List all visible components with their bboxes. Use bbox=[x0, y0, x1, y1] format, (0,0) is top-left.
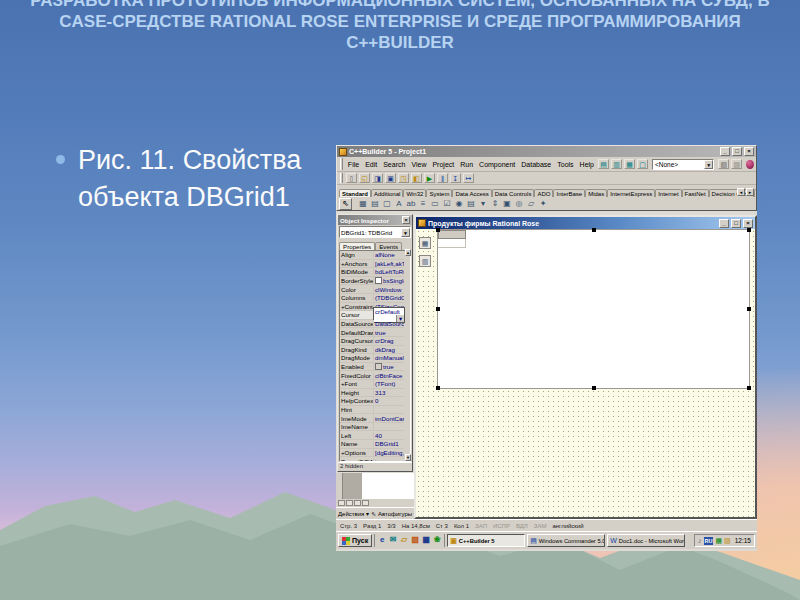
toolbar-icon[interactable]: ◳ bbox=[398, 173, 409, 183]
close-button[interactable]: × bbox=[743, 219, 753, 228]
property-value[interactable]: dkDrag bbox=[374, 346, 404, 353]
resize-handle[interactable] bbox=[436, 228, 440, 232]
form-titlebar[interactable]: Продукты фирмы Rational Rose _ □ × bbox=[416, 217, 755, 229]
quick-launch-icon[interactable]: ▨ bbox=[410, 535, 420, 546]
resize-handle[interactable] bbox=[747, 307, 751, 311]
component-icon[interactable]: ⇕ bbox=[489, 198, 501, 210]
property-row[interactable]: BiDiMode bdLeftToRight bbox=[340, 268, 404, 277]
component-icon[interactable]: ab bbox=[405, 198, 417, 210]
palette-tab[interactable]: Data Controls bbox=[492, 189, 535, 197]
tray-icon[interactable]: RU bbox=[704, 537, 714, 545]
object-selector-combo[interactable]: DBGrid1: TDBGrid ▼ bbox=[339, 226, 411, 238]
ide-titlebar[interactable]: C++Builder 5 - Project1 _ □ × bbox=[337, 146, 756, 157]
property-row[interactable]: Align alNone bbox=[340, 251, 404, 260]
component-icon[interactable]: ▢ bbox=[381, 198, 393, 210]
property-value[interactable]: DataSource bbox=[374, 320, 404, 327]
task-button[interactable]: ▣ C++Builder 5 bbox=[447, 534, 525, 547]
quick-launch-icon[interactable]: ▱ bbox=[399, 535, 409, 546]
task-button[interactable]: W Doc1.doc - Microsoft Word bbox=[607, 534, 685, 547]
property-value[interactable]: DBGrid1 bbox=[374, 440, 404, 447]
quick-launch-icon[interactable]: e bbox=[377, 535, 387, 546]
help-icon[interactable] bbox=[746, 160, 754, 169]
property-value[interactable]: dmManual bbox=[374, 354, 404, 361]
component-icon[interactable]: ◉ bbox=[453, 198, 465, 210]
toolbar-icon[interactable]: ▤ bbox=[598, 159, 609, 169]
property-value[interactable]: [akLeft,akTop] bbox=[374, 260, 404, 267]
property-row[interactable]: DataSource DataSource bbox=[340, 320, 404, 329]
component-icon[interactable]: ▦ bbox=[357, 198, 369, 210]
toolbar-icon[interactable]: ◨ bbox=[372, 173, 383, 183]
property-value[interactable]: [dgEditing,dgTit bbox=[374, 449, 404, 456]
property-row[interactable]: BorderStyle bsSingle bbox=[340, 277, 404, 286]
property-row[interactable]: FixedColor clBtnFace bbox=[340, 371, 404, 380]
menu-item[interactable]: View bbox=[408, 161, 429, 168]
close-icon[interactable]: × bbox=[402, 216, 410, 224]
toolbar-icon[interactable]: ▧ bbox=[718, 159, 729, 169]
resize-handle[interactable] bbox=[747, 386, 751, 390]
property-row[interactable]: DragCursor crDrag bbox=[340, 337, 404, 346]
cursor-tool-icon[interactable]: ⇖ bbox=[339, 198, 352, 210]
property-value[interactable]: true bbox=[374, 458, 404, 462]
tray-icon[interactable]: ♪ bbox=[698, 536, 702, 545]
property-row[interactable]: HelpContext 0 bbox=[340, 397, 404, 406]
palette-tab[interactable]: Internet bbox=[655, 189, 681, 197]
property-row[interactable]: Cursor crDefault bbox=[340, 311, 404, 320]
component-icon[interactable]: ▭ bbox=[429, 198, 441, 210]
component-icon[interactable]: ✦ bbox=[537, 198, 549, 210]
form-design-surface[interactable]: ▦ ▥ bbox=[416, 229, 755, 517]
quick-launch-icon[interactable]: ❀ bbox=[432, 535, 442, 546]
toolbar-grip[interactable] bbox=[340, 173, 343, 183]
object-inspector-titlebar[interactable]: Object Inspector × bbox=[338, 215, 412, 225]
property-value[interactable]: imDontCare bbox=[374, 415, 404, 422]
menu-item[interactable]: Project bbox=[429, 161, 457, 168]
scroll-right-icon[interactable]: ▸ bbox=[746, 188, 754, 196]
palette-tab[interactable]: InternetExpress bbox=[607, 189, 655, 197]
toolbar-icon[interactable]: ↦ bbox=[463, 173, 474, 183]
palette-tab[interactable]: ADO bbox=[534, 189, 553, 197]
palette-tab[interactable]: Standard bbox=[339, 189, 371, 197]
property-row[interactable]: +Font (TFont) bbox=[340, 380, 404, 389]
tray-icon[interactable]: ▨ bbox=[724, 536, 731, 545]
property-value[interactable]: crDrag bbox=[374, 337, 404, 344]
palette-tab[interactable]: Additional bbox=[371, 189, 403, 197]
start-button[interactable]: Пуск bbox=[338, 534, 372, 547]
property-row[interactable]: Color clWindow bbox=[340, 285, 404, 294]
component-icon[interactable]: ▤ bbox=[369, 198, 381, 210]
chevron-down-icon[interactable]: ▼ bbox=[704, 160, 713, 169]
toolbar-icon[interactable]: ◱ bbox=[359, 173, 370, 183]
component-icon[interactable]: ▾ bbox=[477, 198, 489, 210]
palette-tab[interactable]: Data Access bbox=[452, 189, 491, 197]
view-button[interactable] bbox=[354, 500, 361, 506]
component-icon[interactable]: ☑ bbox=[441, 198, 453, 210]
property-row[interactable]: DragKind dkDrag bbox=[340, 346, 404, 355]
property-value[interactable]: bsSingle bbox=[374, 277, 404, 284]
resize-handle[interactable] bbox=[747, 228, 751, 232]
menu-item[interactable]: Edit bbox=[362, 161, 380, 168]
component-icon[interactable]: A bbox=[393, 198, 405, 210]
view-button[interactable] bbox=[362, 500, 369, 506]
toolbar-icon[interactable]: ▨ bbox=[731, 159, 742, 169]
toolbar-icon[interactable]: ◧ bbox=[411, 173, 422, 183]
property-value[interactable]: 0 bbox=[374, 397, 404, 404]
toolbar-icon[interactable]: ▢ bbox=[637, 159, 648, 169]
datasource-component-icon[interactable]: ▦ bbox=[419, 237, 431, 249]
property-value[interactable]: 313 bbox=[374, 389, 404, 396]
menu-item[interactable]: Search bbox=[380, 161, 408, 168]
component-icon[interactable]: ◎ bbox=[513, 198, 525, 210]
desktop-combo[interactable]: <None> ▼ bbox=[652, 159, 714, 170]
resize-handle[interactable] bbox=[592, 228, 596, 232]
menu-item[interactable]: File bbox=[345, 161, 362, 168]
property-value[interactable]: clWindow bbox=[374, 286, 404, 293]
palette-tab[interactable]: InterBase bbox=[553, 189, 585, 197]
property-value[interactable]: (TDBGridColum bbox=[374, 294, 404, 301]
palette-tab[interactable]: System bbox=[426, 189, 452, 197]
property-row[interactable]: ParentBiDiMod true bbox=[340, 457, 404, 462]
property-row[interactable]: ImeMode imDontCare bbox=[340, 414, 404, 423]
resize-handle[interactable] bbox=[436, 386, 440, 390]
palette-tab[interactable]: FastNet bbox=[682, 189, 709, 197]
property-value[interactable]: bdLeftToRight bbox=[374, 268, 404, 275]
toolbar-icon[interactable]: ∥ bbox=[437, 173, 448, 183]
toolbar-icon[interactable]: ▥ bbox=[611, 159, 622, 169]
property-value[interactable]: true bbox=[374, 363, 404, 370]
component-icon[interactable]: ≡ bbox=[417, 198, 429, 210]
